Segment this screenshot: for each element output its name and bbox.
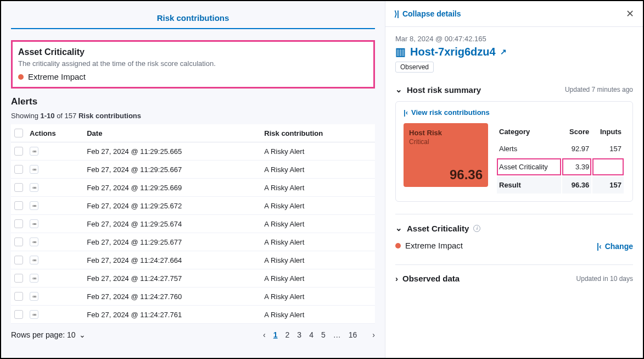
page-number: …: [333, 330, 341, 339]
row-actions-button[interactable]: ▫▫▫: [30, 238, 38, 246]
row-actions-button[interactable]: ▫▫▫: [30, 201, 38, 210]
table-row: ▫▫▫ Feb 27, 2024 @ 11:29:25.667 A Risky …: [11, 161, 375, 179]
chevron-down-icon: ⌄: [79, 330, 86, 339]
row-contribution: A Risky Alert: [261, 269, 375, 288]
table-row: ▫▫▫ Feb 27, 2024 @ 11:24:27.664 A Risky …: [11, 251, 375, 269]
go-first-icon: |‹: [404, 108, 408, 117]
page-number[interactable]: 2: [285, 330, 290, 339]
table-row: ▫▫▫ Feb 27, 2024 @ 11:24:27.760 A Risky …: [11, 288, 375, 306]
row-checkbox[interactable]: [14, 219, 23, 228]
chevron-right-icon: ›: [395, 274, 398, 283]
criticality-level-value: Extreme Impact: [405, 241, 463, 250]
collapse-icon: ⟩|: [394, 9, 399, 18]
row-contribution: A Risky Alert: [261, 215, 375, 233]
row-checkbox[interactable]: [14, 292, 23, 301]
details-flyout: ⟩| Collapse details ✕ Mar 8, 2024 @ 00:4…: [385, 1, 643, 358]
chevron-down-icon: ⌄: [395, 85, 402, 95]
rows-per-page-select[interactable]: Rows per page: 10 ⌄: [11, 330, 86, 339]
observed-data-toggle[interactable]: › Observed data: [395, 274, 460, 283]
row-contribution: A Risky Alert: [261, 179, 375, 197]
row-contribution: A Risky Alert: [261, 306, 375, 324]
criticality-title: Asset Criticality: [18, 47, 368, 57]
close-flyout-button[interactable]: ✕: [626, 8, 634, 20]
risk-contributions-panel: Risk contributions Asset Criticality The…: [1, 1, 385, 358]
page-number[interactable]: 5: [321, 330, 326, 339]
row-date: Feb 27, 2024 @ 11:24:27.757: [83, 269, 261, 288]
row-checkbox[interactable]: [14, 201, 23, 210]
row-checkbox[interactable]: [14, 147, 23, 156]
alerts-table: Actions Date Risk contribution ▫▫▫ Feb 2…: [11, 124, 375, 324]
table-row: ▫▫▫ Feb 27, 2024 @ 11:24:27.757 A Risky …: [11, 269, 375, 288]
chevron-down-icon: ⌄: [395, 223, 402, 233]
prev-page-button[interactable]: ‹: [263, 330, 266, 339]
row-checkbox[interactable]: [14, 165, 23, 174]
change-criticality-button[interactable]: |‹ Change: [597, 242, 633, 251]
next-page-button[interactable]: ›: [372, 330, 375, 339]
row-contribution: A Risky Alert: [261, 161, 375, 179]
risk-summary-card: |‹ View risk contributions Host Risk Cri…: [395, 101, 633, 202]
page-number[interactable]: 3: [297, 330, 301, 339]
row-checkbox[interactable]: [14, 256, 23, 264]
row-date: Feb 27, 2024 @ 11:29:25.672: [83, 197, 261, 215]
row-actions-button[interactable]: ▫▫▫: [30, 219, 38, 228]
showing-text: Showing 1-10 of 157 Risk contributions: [11, 112, 375, 120]
row-date: Feb 27, 2024 @ 11:29:25.669: [83, 179, 261, 197]
row-date: Feb 27, 2024 @ 11:29:25.665: [83, 142, 261, 161]
host-risk-summary-toggle[interactable]: ⌄ Host risk summary: [395, 85, 481, 95]
row-actions-button[interactable]: ▫▫▫: [30, 256, 38, 264]
row-date: Feb 27, 2024 @ 11:29:25.667: [83, 161, 261, 179]
row-actions-button[interactable]: ▫▫▫: [30, 274, 38, 283]
view-risk-contributions-link[interactable]: |‹ View risk contributions: [404, 108, 625, 117]
popout-icon: ↗: [500, 47, 507, 56]
criticality-dot-icon: [395, 243, 401, 248]
table-row: ▫▫▫ Feb 27, 2024 @ 11:29:25.672 A Risky …: [11, 197, 375, 215]
row-actions-button[interactable]: ▫▫▫: [30, 147, 38, 156]
row-contribution: A Risky Alert: [261, 233, 375, 251]
row-contribution: A Risky Alert: [261, 288, 375, 306]
page-number[interactable]: 16: [349, 330, 357, 339]
table-row: ▫▫▫ Feb 27, 2024 @ 11:24:27.761 A Risky …: [11, 306, 375, 324]
row-checkbox[interactable]: [14, 310, 23, 319]
collapse-details-button[interactable]: ⟩| Collapse details: [394, 9, 461, 18]
col-actions: Actions: [26, 124, 83, 142]
row-contribution: A Risky Alert: [261, 251, 375, 269]
table-row: ▫▫▫ Feb 27, 2024 @ 11:29:25.669 A Risky …: [11, 179, 375, 197]
row-date: Feb 27, 2024 @ 11:29:25.674: [83, 215, 261, 233]
observed-badge: Observed: [395, 62, 434, 73]
select-all-checkbox[interactable]: [14, 129, 23, 137]
col-date: Date: [83, 124, 261, 142]
row-checkbox[interactable]: [14, 274, 23, 283]
tab-risk-contributions[interactable]: Risk contributions: [11, 9, 375, 29]
risk-summary-updated: Updated 7 minutes ago: [565, 86, 633, 93]
host-link[interactable]: ▥ Host-7xrig6dzu4 ↗: [395, 45, 633, 58]
table-row: ▫▫▫ Feb 27, 2024 @ 11:29:25.665 A Risky …: [11, 142, 375, 161]
page-number[interactable]: 1: [273, 330, 278, 339]
go-first-icon: |‹: [597, 242, 602, 251]
row-date: Feb 27, 2024 @ 11:29:25.677: [83, 233, 261, 251]
pagination: ‹ 12345…16 ›: [263, 330, 375, 339]
row-checkbox[interactable]: [14, 238, 23, 246]
host-icon: ▥: [395, 45, 406, 58]
row-actions-button[interactable]: ▫▫▫: [30, 165, 38, 174]
criticality-level: Extreme Impact: [28, 72, 86, 81]
row-actions-button[interactable]: ▫▫▫: [30, 183, 38, 192]
asset-criticality-card: Asset Criticality The criticality assign…: [11, 40, 375, 89]
asset-criticality-toggle[interactable]: ⌄ Asset Criticality i: [395, 223, 480, 233]
row-contribution: A Risky Alert: [261, 142, 375, 161]
risk-score-table: Category Score Inputs Alerts 92.97 157 A…: [496, 123, 625, 195]
row-actions-button[interactable]: ▫▫▫: [30, 292, 38, 301]
timestamp: Mar 8, 2024 @ 00:47:42.165: [395, 35, 633, 43]
asset-criticality-score-row: Asset Criticality 3.39: [497, 158, 624, 175]
row-date: Feb 27, 2024 @ 11:24:27.761: [83, 306, 261, 324]
row-checkbox[interactable]: [14, 183, 23, 192]
host-risk-tile: Host Risk Critical 96.36: [404, 123, 488, 187]
page-number[interactable]: 4: [309, 330, 313, 339]
observed-updated: Updated in 10 days: [576, 275, 633, 283]
row-actions-button[interactable]: ▫▫▫: [30, 310, 38, 319]
col-contribution: Risk contribution: [261, 124, 375, 142]
info-icon[interactable]: i: [473, 225, 480, 232]
criticality-dot-icon: [18, 74, 24, 80]
row-contribution: A Risky Alert: [261, 197, 375, 215]
criticality-desc: The criticality assigned at the time of …: [18, 59, 368, 68]
row-date: Feb 27, 2024 @ 11:24:27.760: [83, 288, 261, 306]
